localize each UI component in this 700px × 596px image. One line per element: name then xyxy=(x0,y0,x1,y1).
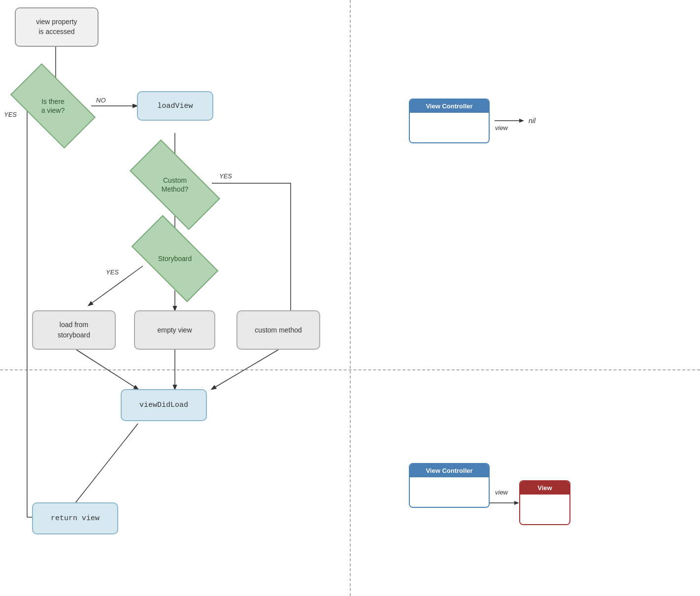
empty-view-box: empty view xyxy=(134,310,215,350)
diamond2-container: Custom Method? xyxy=(133,163,217,207)
view-label-top: view xyxy=(495,124,508,132)
view-arrow-svg xyxy=(490,498,519,508)
view-box: View xyxy=(519,480,570,525)
vc-body-top xyxy=(410,113,489,142)
view-box-header: View xyxy=(520,481,569,495)
vc-body-bottom xyxy=(410,477,489,507)
return-view-box: return view xyxy=(32,502,118,534)
svg-marker-13 xyxy=(519,119,524,123)
diamond3-label: Storyboard xyxy=(158,254,192,263)
start-box: view property is accessed xyxy=(15,7,99,47)
storyboard-label: load from storyboard xyxy=(58,320,90,340)
viewdidload-box: viewDidLoad xyxy=(121,389,207,421)
start-label: view property is accessed xyxy=(36,17,77,36)
storyboard-box: load from storyboard xyxy=(32,310,116,350)
vc-box-bottom: View Controller xyxy=(409,463,490,508)
custom-method-box: custom method xyxy=(236,310,320,350)
vc-diagram-top: View Controller nil xyxy=(409,99,535,143)
diamond1-label: Is there a view? xyxy=(41,97,65,115)
divider-horizontal xyxy=(0,369,700,370)
view-box-body xyxy=(520,495,569,524)
svg-marker-15 xyxy=(514,501,519,505)
custom-method-label: custom method xyxy=(255,326,302,334)
vc-box-top: View Controller xyxy=(409,99,490,143)
return-view-label: return view xyxy=(51,514,100,523)
nil-label: nil xyxy=(529,117,535,125)
no-label: NO xyxy=(96,97,106,104)
vc-header-bottom: View Controller xyxy=(410,464,489,477)
yes-label-diamond2: YES xyxy=(219,172,232,180)
yes-label-diamond1: YES xyxy=(4,111,17,118)
vc-header-top: View Controller xyxy=(410,99,489,113)
loadview-box: loadView xyxy=(137,91,213,121)
diamond1-container: Is there a view? xyxy=(15,84,91,128)
empty-view-label: empty view xyxy=(157,326,192,334)
loadview-label: loadView xyxy=(157,102,193,110)
yes-label-diamond3: YES xyxy=(106,268,119,276)
vc-diagram-bottom: View Controller View xyxy=(409,463,570,525)
view-arrow-group: View xyxy=(490,480,570,525)
divider-vertical xyxy=(350,0,351,596)
view-label-bottom: view xyxy=(495,489,508,496)
diamond3-container: Storyboard xyxy=(135,236,214,281)
diamond2-label: Custom Method? xyxy=(162,176,188,194)
viewdidload-label: viewDidLoad xyxy=(139,401,188,409)
